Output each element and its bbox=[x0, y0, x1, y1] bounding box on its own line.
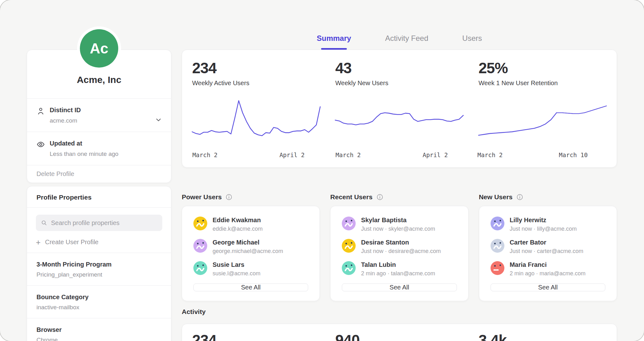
create-user-profile-button[interactable]: + Create User Profile bbox=[36, 239, 162, 246]
company-initials: Ac bbox=[90, 40, 108, 57]
user-avatar bbox=[193, 217, 207, 230]
activity-stat: 940 bbox=[335, 332, 463, 341]
user-avatar bbox=[491, 261, 504, 275]
activity-stat: 3.4k bbox=[479, 332, 607, 341]
activity-title: Activity bbox=[182, 308, 206, 316]
see-all-button[interactable]: See All bbox=[193, 283, 308, 291]
row-value: Less than one minute ago bbox=[50, 151, 119, 157]
face-icon bbox=[491, 261, 504, 275]
x-tick: April 2 bbox=[280, 151, 305, 158]
section-recent-users: Recent Users Skylar Baptista Just now · … bbox=[330, 186, 468, 301]
user-name: George Michael bbox=[213, 239, 283, 246]
tab-users[interactable]: Users bbox=[462, 34, 482, 44]
user-name: Lilly Herwitz bbox=[510, 217, 577, 224]
info-icon[interactable] bbox=[376, 194, 383, 201]
x-axis: March 2 April 2 bbox=[335, 151, 463, 159]
user-meta: Just now · lilly@acme.com bbox=[510, 226, 577, 232]
user-avatar bbox=[491, 239, 504, 253]
x-tick: March 10 bbox=[559, 151, 588, 158]
profile-card: Acme, Inc Distinct ID acme.com Updat bbox=[27, 50, 171, 183]
line-chart bbox=[335, 96, 463, 146]
x-tick: March 2 bbox=[192, 151, 218, 158]
delete-profile-button[interactable]: Delete Profile bbox=[27, 165, 171, 183]
line-chart bbox=[192, 96, 320, 146]
profile-properties-card: Profile Properties + Create User Profile… bbox=[27, 186, 171, 341]
stat-value: 234 bbox=[192, 59, 320, 77]
stat-column-weekly-new-users: 43 Weekly New Users March 2 April 2 bbox=[335, 59, 463, 159]
user-avatar bbox=[342, 261, 356, 275]
user-row[interactable]: George Michael george.michael@acme.com bbox=[193, 239, 308, 255]
face-icon bbox=[491, 239, 504, 253]
user-avatar bbox=[342, 217, 356, 230]
user-row[interactable]: Lilly Herwitz Just now · lilly@acme.com bbox=[491, 217, 605, 232]
profile-properties-title: Profile Properties bbox=[27, 186, 171, 207]
x-axis: March 2 April 2 bbox=[192, 151, 320, 159]
section-title: Recent Users bbox=[330, 193, 372, 201]
user-row[interactable]: Susie Lars susie.l@acme.com bbox=[193, 261, 308, 277]
property-label: Bounce Category bbox=[36, 294, 162, 301]
tab-activity-feed[interactable]: Activity Feed bbox=[385, 34, 428, 44]
user-row[interactable]: Carter Bator Just now · carter@acme.com bbox=[491, 239, 605, 255]
property-value: inactive-mailbox bbox=[36, 304, 162, 311]
user-card: Eddie Kwakman eddie.k@acme.com George Mi… bbox=[182, 206, 320, 301]
user-meta: Just now · desirare@acme.com bbox=[361, 248, 441, 255]
user-name: Skylar Baptista bbox=[361, 217, 435, 224]
updated-at-row: Updated at Less than one minute ago bbox=[27, 132, 171, 165]
user-row[interactable]: Desirae Stanton Just now · desirare@acme… bbox=[342, 239, 457, 255]
user-avatar bbox=[342, 239, 356, 253]
user-row[interactable]: Talan Lubin 2 min ago · talan@acme.com bbox=[342, 261, 457, 277]
user-meta: susie.l@acme.com bbox=[213, 270, 260, 277]
search-icon bbox=[41, 219, 47, 226]
property-label: Browser bbox=[36, 326, 162, 333]
face-icon bbox=[342, 217, 356, 230]
chevron-down-icon[interactable] bbox=[155, 116, 162, 124]
x-axis: March 2 March 10 bbox=[479, 151, 607, 159]
see-all-button[interactable]: See All bbox=[491, 283, 605, 291]
create-user-profile-label: Create User Profile bbox=[45, 239, 98, 246]
stat-label: Weekly Active Users bbox=[192, 80, 320, 87]
face-icon bbox=[193, 239, 207, 253]
user-name: Talan Lubin bbox=[361, 261, 435, 268]
see-all-button[interactable]: See All bbox=[342, 283, 457, 291]
tab-bar: Summary Activity Feed Users bbox=[182, 34, 617, 44]
stat-column-weekly-active-users: 234 Weekly Active Users March 2 April 2 bbox=[192, 59, 320, 159]
user-meta: 2 min ago · maria@acme.com bbox=[510, 270, 586, 277]
user-avatar bbox=[193, 239, 207, 253]
info-icon[interactable] bbox=[225, 194, 232, 201]
line-chart bbox=[479, 96, 607, 146]
row-label: Updated at bbox=[50, 140, 119, 147]
chart-box bbox=[192, 96, 320, 146]
user-name: Desirae Stanton bbox=[361, 239, 441, 246]
user-card: Skylar Baptista Just now · skyler@acme.c… bbox=[330, 206, 468, 301]
user-meta: george.michael@acme.com bbox=[213, 248, 283, 255]
chart-box bbox=[335, 96, 463, 146]
divider bbox=[27, 207, 171, 208]
section-title: Power Users bbox=[182, 193, 222, 201]
face-icon bbox=[491, 217, 504, 230]
user-row[interactable]: Eddie Kwakman eddie.k@acme.com bbox=[193, 217, 308, 232]
property-row: Browser Chrome bbox=[27, 318, 171, 341]
company-name: Acme, Inc bbox=[77, 74, 121, 85]
chart-box bbox=[479, 96, 607, 146]
section-title: New Users bbox=[479, 193, 513, 201]
eye-icon bbox=[36, 140, 45, 149]
property-value: Chrome bbox=[36, 337, 162, 341]
user-meta: 2 min ago · talan@acme.com bbox=[361, 270, 435, 277]
section-power-users: Power Users Eddie Kwakman eddie.k@acme.c… bbox=[182, 186, 320, 301]
x-tick: April 2 bbox=[423, 151, 448, 158]
face-icon bbox=[342, 239, 356, 253]
x-tick: March 2 bbox=[336, 151, 361, 158]
tab-summary[interactable]: Summary bbox=[317, 34, 351, 44]
user-row[interactable]: Maria Franci 2 min ago · maria@acme.com bbox=[491, 261, 605, 277]
user-avatar bbox=[193, 261, 207, 275]
user-row[interactable]: Skylar Baptista Just now · skyler@acme.c… bbox=[342, 217, 457, 232]
user-meta: eddie.k@acme.com bbox=[213, 226, 263, 232]
user-meta: Just now · carter@acme.com bbox=[510, 248, 583, 255]
search-input[interactable] bbox=[50, 219, 157, 227]
search-field bbox=[36, 215, 162, 231]
property-row: Bounce Category inactive-mailbox bbox=[27, 286, 171, 318]
stat-label: Weekly New Users bbox=[335, 80, 463, 87]
company-avatar: Ac bbox=[80, 29, 118, 68]
property-label: 3-Month Pricing Program bbox=[36, 261, 162, 268]
info-icon[interactable] bbox=[516, 194, 523, 201]
